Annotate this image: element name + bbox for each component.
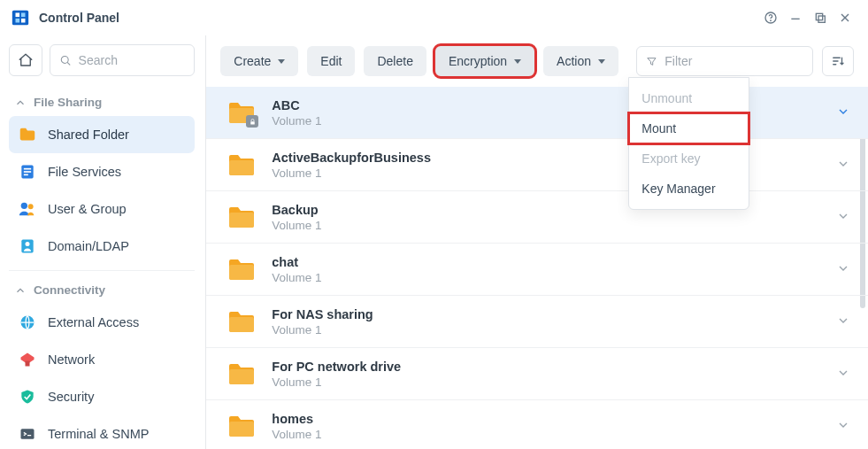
folder-row[interactable]: ABC Volume 1: [206, 87, 868, 139]
svg-rect-0: [12, 10, 28, 25]
button-label: Delete: [377, 54, 412, 68]
section-connectivity[interactable]: Connectivity: [9, 276, 195, 304]
svg-rect-34: [229, 369, 254, 384]
folder-name: Backup: [272, 203, 836, 217]
sidebar-item-label: File Services: [48, 165, 121, 179]
folder-row[interactable]: Backup Volume 1: [206, 191, 868, 244]
sidebar-item-network[interactable]: Network: [9, 341, 195, 378]
search-icon: [59, 53, 72, 67]
chevron-down-icon[interactable]: [836, 261, 850, 278]
chevron-down-icon[interactable]: [836, 314, 850, 330]
folder-sub: Volume 1: [272, 166, 836, 180]
user-group-icon: [18, 199, 37, 219]
button-label: Create: [234, 54, 271, 68]
svg-rect-31: [229, 213, 254, 228]
sidebar-item-label: Network: [48, 352, 95, 367]
sidebar-item-label: Security: [48, 390, 94, 404]
sidebar-item-file-services[interactable]: File Services: [9, 153, 195, 190]
folder-icon: [227, 152, 256, 177]
menu-export-key: Export key: [629, 143, 749, 174]
sidebar-item-external-access[interactable]: External Access: [9, 304, 195, 341]
button-label: Encryption: [449, 54, 507, 68]
folder-row[interactable]: For NAS sharing Volume 1: [206, 296, 868, 348]
svg-point-19: [28, 204, 34, 209]
search-input-wrap[interactable]: [50, 44, 195, 76]
lock-icon: [246, 115, 258, 128]
sidebar-item-label: External Access: [48, 315, 139, 329]
svg-rect-30: [229, 160, 254, 175]
chevron-down-icon[interactable]: [836, 157, 850, 174]
svg-line-13: [67, 63, 70, 66]
folder-name: homes: [272, 412, 836, 426]
button-label: Edit: [320, 54, 342, 68]
sidebar-item-security[interactable]: Security: [9, 378, 195, 415]
svg-rect-23: [26, 361, 30, 367]
svg-rect-8: [816, 13, 822, 19]
svg-rect-16: [24, 171, 31, 173]
help-icon[interactable]: [758, 5, 783, 30]
folder-list: ABC Volume 1 ActiveBackupforBusiness Vol…: [206, 87, 868, 449]
section-label: File Sharing: [34, 96, 102, 109]
folder-name: ActiveBackupforBusiness: [272, 151, 836, 165]
svg-rect-4: [21, 18, 26, 22]
chevron-up-icon: [14, 284, 27, 297]
svg-rect-29: [250, 121, 255, 124]
sidebar-item-shared-folder[interactable]: Shared Folder: [9, 116, 195, 153]
divider: [9, 270, 195, 271]
svg-rect-33: [229, 317, 254, 332]
chevron-down-icon[interactable]: [836, 418, 850, 435]
folder-name: ABC: [272, 98, 836, 112]
search-input[interactable]: [79, 53, 186, 67]
sidebar-item-terminal-snmp[interactable]: Terminal & SNMP: [9, 415, 195, 449]
svg-point-21: [26, 242, 30, 246]
file-services-icon: [18, 162, 37, 182]
folder-icon: [227, 205, 256, 229]
filter-icon: [646, 55, 657, 68]
app-icon: [11, 8, 30, 27]
folder-row[interactable]: ActiveBackupforBusiness Volume 1: [206, 139, 868, 191]
create-button[interactable]: Create: [220, 46, 298, 76]
folder-row[interactable]: homes Volume 1: [206, 400, 868, 449]
folder-name: For NAS sharing: [272, 307, 836, 321]
folder-row[interactable]: chat Volume 1: [206, 244, 868, 296]
sort-button[interactable]: [822, 46, 854, 76]
sidebar-item-label: Terminal & SNMP: [48, 427, 149, 441]
action-button[interactable]: Action: [543, 46, 618, 76]
main-panel: Create Edit Delete Encryption Action: [206, 35, 868, 449]
svg-point-18: [21, 203, 27, 209]
menu-mount[interactable]: Mount: [629, 113, 749, 143]
chevron-up-icon: [14, 97, 27, 109]
folder-icon: [227, 361, 256, 386]
sidebar-item-label: Domain/LDAP: [48, 239, 129, 253]
svg-rect-2: [21, 12, 26, 17]
section-file-sharing[interactable]: File Sharing: [9, 89, 195, 116]
chevron-down-icon[interactable]: [836, 209, 850, 226]
filter-input[interactable]: [664, 54, 803, 68]
menu-unmount: Unmount: [629, 83, 749, 113]
folder-icon: [227, 100, 256, 125]
folder-row[interactable]: For PC network drive Volume 1: [206, 348, 868, 400]
chevron-down-icon[interactable]: [836, 366, 850, 383]
folder-icon: [227, 309, 256, 334]
chevron-down-icon[interactable]: [836, 105, 850, 121]
minimize-icon[interactable]: [783, 5, 808, 30]
close-icon[interactable]: [833, 5, 857, 30]
maximize-icon[interactable]: [808, 5, 833, 30]
edit-button[interactable]: Edit: [307, 46, 355, 76]
sidebar-item-user-group[interactable]: User & Group: [9, 190, 195, 228]
folder-name: For PC network drive: [272, 360, 836, 374]
section-label: Connectivity: [34, 283, 105, 297]
shield-icon: [18, 387, 37, 406]
filter-input-wrap[interactable]: [636, 46, 813, 76]
sidebar: File Sharing Shared Folder File Services…: [0, 35, 206, 449]
folder-icon: [227, 414, 256, 438]
caret-icon: [598, 59, 605, 64]
sidebar-item-domain-ldap[interactable]: Domain/LDAP: [9, 228, 195, 265]
home-button[interactable]: [9, 44, 42, 76]
svg-rect-1: [16, 12, 20, 17]
delete-button[interactable]: Delete: [364, 46, 426, 76]
terminal-icon: [18, 424, 37, 444]
encryption-button[interactable]: Encryption: [435, 46, 534, 76]
menu-key-manager[interactable]: Key Manager: [629, 174, 749, 204]
folder-name: chat: [272, 255, 836, 269]
